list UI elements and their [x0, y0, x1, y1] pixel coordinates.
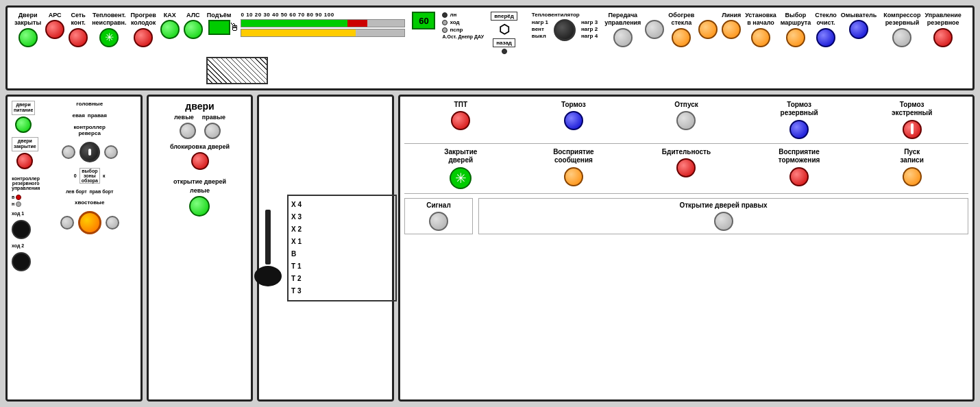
right-status-panel: ТПТ Тормоз Отпуск Тормозрезервный Тормоз…: [398, 95, 975, 402]
indicator-ctrl-reserve: Управлениерезервное: [925, 12, 961, 47]
dot-v: [16, 195, 21, 200]
led-route: [786, 28, 805, 47]
led-ctrl-reserve: [933, 28, 953, 47]
button-hod2[interactable]: [12, 252, 31, 271]
indicator-trans-ctrl2: [645, 12, 664, 39]
led-heat-vent-fault: ✳: [99, 28, 119, 47]
led-defrost: [672, 28, 691, 47]
brake-status-row: ТПТ Тормоз Отпуск Тормозрезервный Тормоз…: [404, 101, 968, 144]
tpt-group: ТПТ: [404, 101, 517, 130]
led-hvost-l: [60, 216, 74, 230]
dveri-zakr-group: дверизакрытие: [12, 137, 38, 169]
speed-bar-green: [241, 19, 405, 27]
led-door-open-left: [189, 196, 210, 217]
knob-reserve-ctrl[interactable]: [78, 211, 101, 234]
led-dveri-pitanie: [15, 116, 32, 133]
open-doors-right-group: Открытие дверей правых: [478, 198, 968, 234]
led-evaya: [62, 145, 75, 159]
dot-pspr: [442, 27, 448, 33]
dot-direction: [502, 49, 507, 54]
train-panel: Х 4 Х 3 Х 2 Х 1 В Т 1 Т 2 Т 3: [257, 95, 394, 402]
led-lift: [208, 20, 230, 35]
top-panel: Дверизакрыты АРС Сетьконт. Тепловент.неи…: [5, 5, 975, 90]
led-als: [184, 20, 203, 39]
led-door-right: [204, 123, 221, 139]
indicator-als: АЛС: [184, 12, 203, 39]
led-bditelnost: [676, 158, 696, 177]
led-tormoz: [564, 111, 583, 130]
direction-control: вперёд ⬡ назад: [491, 12, 517, 54]
led-net-cont: [69, 28, 88, 47]
closing-doors-group: Закрытиедверей ✳: [404, 148, 517, 189]
indicator-heat-vent-fault: Тепловент.неисправн. ✳: [92, 12, 126, 47]
led-dveri-zakr: [16, 153, 33, 169]
indicator-preheat: Прогревколодок: [131, 12, 156, 47]
speed-scale: 0 10 20 30 40 50 60 70 80 90 100: [241, 12, 405, 18]
indicator-glass-clean: Стеклоочист.: [815, 12, 837, 47]
train-stick: [254, 210, 282, 286]
indicator-kah: КАХ: [160, 12, 180, 39]
indicator-setup-start: Установкав начало: [745, 12, 776, 47]
hatch-display: [206, 57, 268, 84]
door-title: двери: [185, 101, 214, 112]
led-doors-closed: [19, 28, 38, 47]
tormoz-reserve-group: Тормозрезервный: [743, 101, 856, 139]
perception-brake-group: Восприятиеторможения: [743, 148, 856, 186]
led-preheat: [134, 28, 153, 47]
indicator-line: Линия: [722, 12, 741, 39]
led-tpt: [451, 111, 470, 130]
led-trans-ctrl2: [645, 20, 664, 39]
heat-vent-section: Тепловентилятор нагр 1 вент выкл нагр 3 …: [532, 12, 598, 41]
led-trans-ctrl: [613, 28, 633, 47]
indicator-doors-closed: Дверизакрыты: [14, 12, 41, 47]
led-signal: [429, 212, 448, 231]
led-closing-doors: ✳: [450, 167, 471, 189]
speed-bar-yellow: [241, 29, 405, 37]
direction-arrow: ⬡: [499, 22, 510, 37]
led-pravaya: [104, 145, 118, 159]
bottom-row: дверипитание дверизакрытие контроллеррез…: [5, 95, 975, 402]
led-door-left: [180, 123, 196, 139]
led-glass-clean: [816, 28, 835, 47]
left-panel: дверипитание дверизакрытие контроллеррез…: [5, 95, 143, 402]
led-door-lock: [191, 152, 209, 170]
led-setup-start: [751, 28, 770, 47]
led-perception-brake: [789, 167, 809, 186]
tormoz-extreme-group: Тормозэкстренный: [855, 101, 968, 139]
indicator-route: Выбормаршрута: [781, 12, 811, 47]
speed-value-display: 60: [412, 12, 435, 29]
signal-group: Сигнал: [404, 198, 473, 234]
led-start-record: [903, 167, 922, 186]
led-defrost2: [698, 20, 718, 39]
signal-row: Сигнал Открытие дверей правых: [404, 198, 968, 234]
led-tormoz-extreme: [903, 120, 922, 139]
led-kah: [160, 20, 180, 39]
indicator-ars: АРС: [45, 12, 64, 39]
led-line: [722, 20, 741, 39]
dot-ln: [442, 12, 448, 18]
led-compressor: [892, 28, 911, 47]
door-lock-group: блокировка дверей: [170, 143, 230, 170]
indicator-lift: Подъём 🖱: [207, 12, 232, 35]
perception-msg-group: Восприятиесообщения: [517, 148, 630, 186]
dot-hod: [442, 20, 448, 25]
speed-number: 60: [412, 12, 435, 29]
led-tormoz-reserve: [789, 120, 809, 139]
door-panel: двери левые правые блокировка дверей отк…: [147, 95, 253, 402]
back-label: назад: [493, 38, 515, 47]
dot-n: [16, 201, 21, 207]
door-open-group: открытие дверей левые: [173, 178, 226, 217]
perception-row: Закрытиедверей ✳ Восприятиесообщения Бди…: [404, 148, 968, 194]
heat-vent-knob[interactable]: [554, 19, 576, 41]
led-open-doors-right: [714, 212, 733, 231]
indicator-defrost: Обогревстекла: [668, 12, 694, 47]
speed-section: 0 10 20 30 40 50 60 70 80 90 100: [241, 12, 405, 37]
indicator-net-cont: Сетьконт.: [69, 12, 88, 47]
button-hod1[interactable]: [12, 220, 31, 239]
train-car-list: Х 4 Х 3 Х 2 Х 1 В Т 1 Т 2 Т 3: [287, 195, 397, 301]
start-record-group: Пускзаписи: [855, 148, 968, 186]
knob-reversa[interactable]: [79, 142, 100, 162]
led-ars: [45, 20, 64, 39]
speed-modes: лн ход пспр А.Ост. Днепр ДАУ: [442, 12, 484, 39]
dveri-pitanie-group: дверипитание: [12, 101, 35, 133]
